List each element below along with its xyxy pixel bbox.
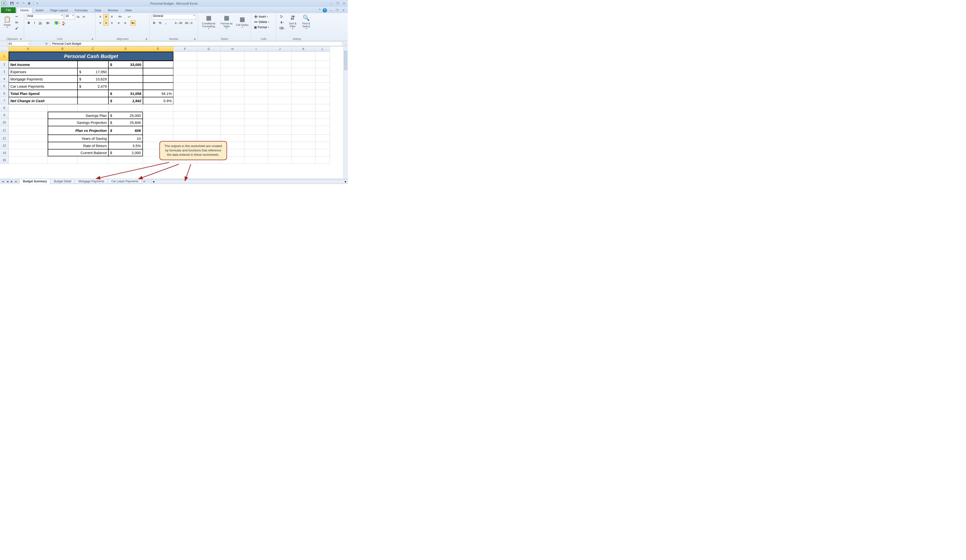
col-header-f[interactable]: F xyxy=(173,46,197,52)
tab-formulas[interactable]: Formulas xyxy=(71,8,91,13)
sheet-tab-budget-summary[interactable]: Budget Summary xyxy=(19,179,51,184)
help-icon[interactable]: ? xyxy=(323,8,327,13)
font-size-select[interactable]: 14 xyxy=(64,14,75,19)
accounting-format-icon[interactable]: $ xyxy=(152,20,157,26)
col-header-k[interactable]: K xyxy=(292,46,315,52)
wrap-text-icon[interactable]: ⮐ xyxy=(127,14,132,19)
comma-format-icon[interactable]: , xyxy=(163,20,169,26)
cell-styles-button[interactable]: ▦Cell Styles▾ xyxy=(236,14,249,30)
sheet-nav-next-icon[interactable]: ▶ xyxy=(10,179,14,184)
fill-icon[interactable]: ⬇ xyxy=(278,20,285,25)
row-header-12[interactable]: 12 xyxy=(0,135,9,142)
row-header-8[interactable]: 8 xyxy=(0,104,9,112)
col-header-d[interactable]: D xyxy=(108,46,143,52)
undo-icon[interactable]: ↶ xyxy=(15,1,20,6)
merge-center-icon[interactable]: ⬌ xyxy=(130,20,136,26)
cell-d12[interactable]: 10 xyxy=(108,135,143,142)
number-format-select[interactable]: General xyxy=(152,14,196,19)
cell-a6[interactable]: Total Plan Spend xyxy=(9,90,77,97)
row-header-7[interactable]: 7 xyxy=(0,97,9,104)
tab-home[interactable]: Home xyxy=(16,7,32,13)
paste-button[interactable]: 📋 Paste ▾ xyxy=(2,14,13,30)
row-header-6[interactable]: 6 xyxy=(0,90,9,97)
worksheet-grid[interactable]: A B C D E F G H I J K L 1 2 3 4 5 6 xyxy=(0,46,348,179)
cell-d11[interactable]: $606 xyxy=(108,126,143,135)
cell-d2[interactable]: $33,000 xyxy=(108,61,143,68)
sort-filter-button[interactable]: ⇵Sort & Filter▾ xyxy=(287,14,299,30)
increase-decimal-icon[interactable]: .0→.00 xyxy=(173,20,183,26)
tab-review[interactable]: Review xyxy=(105,8,122,13)
insert-cells-button[interactable]: ➕Insert xyxy=(253,14,275,19)
row-header-15[interactable]: 15 xyxy=(0,156,9,164)
cell-b9[interactable]: Savings Plan xyxy=(48,112,108,119)
format-as-table-button[interactable]: ▦Format as Table▾ xyxy=(219,14,234,30)
decrease-decimal-icon[interactable]: .00→.0 xyxy=(184,20,193,26)
col-header-h[interactable]: H xyxy=(221,46,245,52)
align-center-icon[interactable]: ≡ xyxy=(104,20,109,26)
cell-d7[interactable]: $1,942 xyxy=(108,97,143,104)
alignment-launcher-icon[interactable]: ◢ xyxy=(145,38,148,40)
col-header-c[interactable]: C xyxy=(77,46,108,52)
font-name-select[interactable]: Arial xyxy=(26,14,64,19)
expand-formula-bar-icon[interactable]: ⌄ xyxy=(343,42,348,45)
format-cells-button[interactable]: ▦Format xyxy=(253,25,275,30)
cell-b13[interactable]: Rate of Return xyxy=(48,142,108,149)
new-sheet-icon[interactable]: ✧ xyxy=(142,180,146,183)
col-header-l[interactable]: L xyxy=(315,46,330,52)
cell-a7[interactable]: Net Change in Cash xyxy=(9,97,77,104)
delete-cells-button[interactable]: ➖Delete xyxy=(253,19,275,25)
sheet-nav-first-icon[interactable]: ⏮ xyxy=(1,179,5,184)
align-middle-icon[interactable]: ≡ xyxy=(104,14,109,19)
tab-data[interactable]: Data xyxy=(91,8,104,13)
minimize-ribbon-icon[interactable]: ⌃ xyxy=(318,8,321,13)
cell-c5[interactable]: $2,479 xyxy=(77,82,108,90)
fx-icon[interactable]: fx xyxy=(45,42,48,45)
row-header-9[interactable]: 9 xyxy=(0,112,9,119)
col-header-a[interactable]: A xyxy=(9,46,48,52)
clear-icon[interactable]: ⌫ xyxy=(278,26,285,31)
fill-color-icon[interactable]: 🪣 xyxy=(53,20,61,26)
col-header-g[interactable]: G xyxy=(197,46,221,52)
align-right-icon[interactable]: ≡ xyxy=(109,20,115,26)
sheet-tab-budget-detail[interactable]: Budget Detail xyxy=(50,179,75,184)
tab-file[interactable]: File xyxy=(1,7,16,13)
cell-a5[interactable]: Car Lease Payments xyxy=(9,82,77,90)
sheet-nav-prev-icon[interactable]: ◀ xyxy=(5,179,10,184)
horizontal-scrollbar[interactable]: ◀▶ xyxy=(151,180,348,184)
percent-format-icon[interactable]: % xyxy=(158,20,163,26)
cell-c2[interactable] xyxy=(77,61,108,68)
number-launcher-icon[interactable]: ◢ xyxy=(193,38,196,40)
row-header-11[interactable]: 11 xyxy=(0,126,9,135)
cell-e6[interactable]: 94.1% xyxy=(143,90,173,97)
sheet-tab-mortgage-payments[interactable]: Mortgage Payments xyxy=(75,179,108,184)
clipboard-launcher-icon[interactable]: ◢ xyxy=(19,38,22,40)
align-top-icon[interactable]: ≡ xyxy=(98,14,103,19)
qat-customize-icon[interactable]: ▾ xyxy=(35,1,39,6)
decrease-indent-icon[interactable]: ⇤ xyxy=(117,20,122,26)
cell-d13[interactable]: 3.5% xyxy=(108,142,143,149)
cell-b14[interactable]: Current Balance xyxy=(48,149,108,156)
tab-insert[interactable]: Insert xyxy=(32,8,47,13)
row-header-10[interactable]: 10 xyxy=(0,119,9,126)
col-header-i[interactable]: I xyxy=(245,46,268,52)
cell-b12[interactable]: Years of Saving xyxy=(48,135,108,142)
sheet-nav-last-icon[interactable]: ⏭ xyxy=(14,179,18,184)
cell-b10[interactable]: Savings Projection xyxy=(48,119,108,126)
cut-icon[interactable]: ✂ xyxy=(14,14,19,19)
cell-d9[interactable]: $25,000 xyxy=(108,112,143,119)
align-bottom-icon[interactable]: ≡ xyxy=(109,14,115,19)
doc-minimize-icon[interactable]: — xyxy=(329,8,333,12)
bold-button[interactable]: B xyxy=(26,20,31,26)
restore-icon[interactable]: ❐ xyxy=(335,2,340,5)
excel-icon[interactable]: X xyxy=(2,1,6,6)
cell-a2[interactable]: Net Income xyxy=(9,61,77,68)
cell-c4[interactable]: $10,629 xyxy=(77,76,108,82)
row-header-5[interactable]: 5 xyxy=(0,82,9,90)
vertical-scrollbar[interactable] xyxy=(343,46,348,179)
formula-input[interactable]: Personal Cash Budget xyxy=(51,41,342,46)
cell-a3[interactable]: Expenses xyxy=(9,68,77,76)
borders-icon[interactable]: ⊞ xyxy=(45,20,51,26)
save-icon[interactable]: 💾 xyxy=(10,1,14,6)
select-all-corner[interactable] xyxy=(0,46,9,52)
sheet-tab-car-lease-payments[interactable]: Car Lease Payments xyxy=(108,179,142,184)
